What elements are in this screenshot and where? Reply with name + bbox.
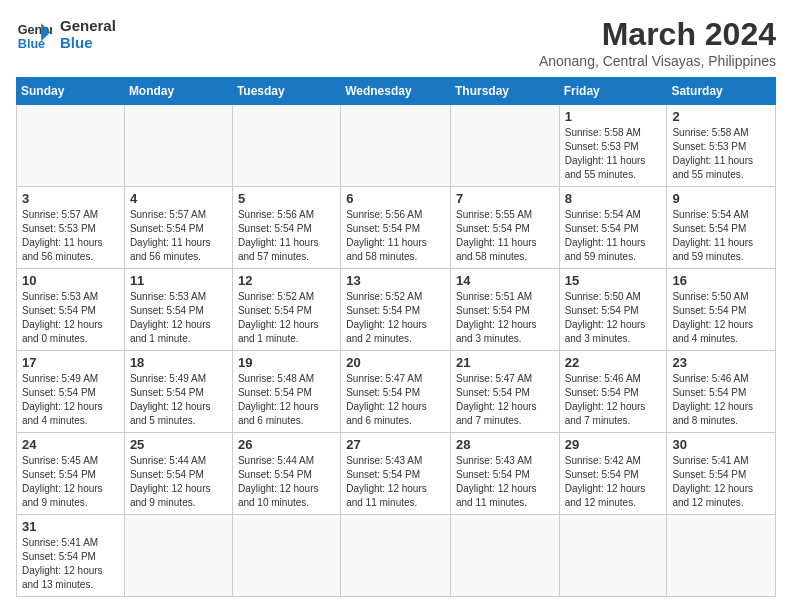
calendar-cell: [341, 515, 451, 597]
calendar-cell: [450, 515, 559, 597]
calendar-cell: 21Sunrise: 5:47 AM Sunset: 5:54 PM Dayli…: [450, 351, 559, 433]
day-number: 11: [130, 273, 227, 288]
calendar-cell: 18Sunrise: 5:49 AM Sunset: 5:54 PM Dayli…: [124, 351, 232, 433]
page-header: General Blue General Blue March 2024 Ano…: [16, 16, 776, 69]
day-info: Sunrise: 5:50 AM Sunset: 5:54 PM Dayligh…: [565, 290, 662, 346]
calendar-cell: [667, 515, 776, 597]
calendar-cell: 22Sunrise: 5:46 AM Sunset: 5:54 PM Dayli…: [559, 351, 667, 433]
calendar-cell: [17, 105, 125, 187]
day-info: Sunrise: 5:46 AM Sunset: 5:54 PM Dayligh…: [672, 372, 770, 428]
day-info: Sunrise: 5:42 AM Sunset: 5:54 PM Dayligh…: [565, 454, 662, 510]
day-number: 3: [22, 191, 119, 206]
calendar-cell: [232, 105, 340, 187]
weekday-header-wednesday: Wednesday: [341, 78, 451, 105]
day-number: 29: [565, 437, 662, 452]
calendar-cell: [450, 105, 559, 187]
svg-text:Blue: Blue: [18, 37, 45, 51]
location-subtitle: Anonang, Central Visayas, Philippines: [539, 53, 776, 69]
day-number: 5: [238, 191, 335, 206]
weekday-header-monday: Monday: [124, 78, 232, 105]
calendar-cell: [232, 515, 340, 597]
day-info: Sunrise: 5:48 AM Sunset: 5:54 PM Dayligh…: [238, 372, 335, 428]
day-info: Sunrise: 5:49 AM Sunset: 5:54 PM Dayligh…: [22, 372, 119, 428]
day-number: 15: [565, 273, 662, 288]
day-info: Sunrise: 5:49 AM Sunset: 5:54 PM Dayligh…: [130, 372, 227, 428]
day-number: 12: [238, 273, 335, 288]
day-number: 18: [130, 355, 227, 370]
calendar-week-row: 10Sunrise: 5:53 AM Sunset: 5:54 PM Dayli…: [17, 269, 776, 351]
day-number: 17: [22, 355, 119, 370]
calendar-cell: 14Sunrise: 5:51 AM Sunset: 5:54 PM Dayli…: [450, 269, 559, 351]
logo-blue-text: Blue: [60, 34, 116, 51]
calendar-cell: [341, 105, 451, 187]
day-info: Sunrise: 5:58 AM Sunset: 5:53 PM Dayligh…: [672, 126, 770, 182]
logo: General Blue General Blue: [16, 16, 116, 52]
day-number: 22: [565, 355, 662, 370]
day-number: 27: [346, 437, 445, 452]
day-number: 25: [130, 437, 227, 452]
day-info: Sunrise: 5:50 AM Sunset: 5:54 PM Dayligh…: [672, 290, 770, 346]
calendar-week-row: 3Sunrise: 5:57 AM Sunset: 5:53 PM Daylig…: [17, 187, 776, 269]
day-info: Sunrise: 5:52 AM Sunset: 5:54 PM Dayligh…: [346, 290, 445, 346]
calendar-cell: 13Sunrise: 5:52 AM Sunset: 5:54 PM Dayli…: [341, 269, 451, 351]
day-number: 19: [238, 355, 335, 370]
day-info: Sunrise: 5:47 AM Sunset: 5:54 PM Dayligh…: [346, 372, 445, 428]
day-info: Sunrise: 5:53 AM Sunset: 5:54 PM Dayligh…: [22, 290, 119, 346]
day-info: Sunrise: 5:45 AM Sunset: 5:54 PM Dayligh…: [22, 454, 119, 510]
day-number: 20: [346, 355, 445, 370]
weekday-header-thursday: Thursday: [450, 78, 559, 105]
day-number: 14: [456, 273, 554, 288]
day-info: Sunrise: 5:57 AM Sunset: 5:53 PM Dayligh…: [22, 208, 119, 264]
day-info: Sunrise: 5:44 AM Sunset: 5:54 PM Dayligh…: [130, 454, 227, 510]
day-number: 23: [672, 355, 770, 370]
calendar-cell: 15Sunrise: 5:50 AM Sunset: 5:54 PM Dayli…: [559, 269, 667, 351]
logo-general-text: General: [60, 17, 116, 34]
day-info: Sunrise: 5:57 AM Sunset: 5:54 PM Dayligh…: [130, 208, 227, 264]
calendar-cell: 25Sunrise: 5:44 AM Sunset: 5:54 PM Dayli…: [124, 433, 232, 515]
day-number: 24: [22, 437, 119, 452]
calendar-cell: [559, 515, 667, 597]
day-info: Sunrise: 5:41 AM Sunset: 5:54 PM Dayligh…: [22, 536, 119, 592]
day-number: 10: [22, 273, 119, 288]
day-info: Sunrise: 5:44 AM Sunset: 5:54 PM Dayligh…: [238, 454, 335, 510]
weekday-header-saturday: Saturday: [667, 78, 776, 105]
day-number: 30: [672, 437, 770, 452]
day-number: 8: [565, 191, 662, 206]
day-number: 9: [672, 191, 770, 206]
day-number: 26: [238, 437, 335, 452]
day-info: Sunrise: 5:53 AM Sunset: 5:54 PM Dayligh…: [130, 290, 227, 346]
calendar-cell: 27Sunrise: 5:43 AM Sunset: 5:54 PM Dayli…: [341, 433, 451, 515]
weekday-header-sunday: Sunday: [17, 78, 125, 105]
calendar-cell: 26Sunrise: 5:44 AM Sunset: 5:54 PM Dayli…: [232, 433, 340, 515]
calendar-cell: 5Sunrise: 5:56 AM Sunset: 5:54 PM Daylig…: [232, 187, 340, 269]
calendar-cell: 7Sunrise: 5:55 AM Sunset: 5:54 PM Daylig…: [450, 187, 559, 269]
calendar-cell: 20Sunrise: 5:47 AM Sunset: 5:54 PM Dayli…: [341, 351, 451, 433]
day-number: 28: [456, 437, 554, 452]
calendar-cell: 19Sunrise: 5:48 AM Sunset: 5:54 PM Dayli…: [232, 351, 340, 433]
day-number: 1: [565, 109, 662, 124]
calendar-week-row: 24Sunrise: 5:45 AM Sunset: 5:54 PM Dayli…: [17, 433, 776, 515]
day-number: 13: [346, 273, 445, 288]
day-number: 31: [22, 519, 119, 534]
day-info: Sunrise: 5:43 AM Sunset: 5:54 PM Dayligh…: [456, 454, 554, 510]
calendar-cell: 9Sunrise: 5:54 AM Sunset: 5:54 PM Daylig…: [667, 187, 776, 269]
day-info: Sunrise: 5:46 AM Sunset: 5:54 PM Dayligh…: [565, 372, 662, 428]
day-info: Sunrise: 5:58 AM Sunset: 5:53 PM Dayligh…: [565, 126, 662, 182]
day-number: 7: [456, 191, 554, 206]
calendar-cell: 8Sunrise: 5:54 AM Sunset: 5:54 PM Daylig…: [559, 187, 667, 269]
calendar-week-row: 31Sunrise: 5:41 AM Sunset: 5:54 PM Dayli…: [17, 515, 776, 597]
day-number: 2: [672, 109, 770, 124]
calendar-table: SundayMondayTuesdayWednesdayThursdayFrid…: [16, 77, 776, 597]
title-section: March 2024 Anonang, Central Visayas, Phi…: [539, 16, 776, 69]
calendar-cell: [124, 515, 232, 597]
calendar-cell: 11Sunrise: 5:53 AM Sunset: 5:54 PM Dayli…: [124, 269, 232, 351]
day-number: 6: [346, 191, 445, 206]
calendar-cell: 24Sunrise: 5:45 AM Sunset: 5:54 PM Dayli…: [17, 433, 125, 515]
calendar-header-row: SundayMondayTuesdayWednesdayThursdayFrid…: [17, 78, 776, 105]
weekday-header-tuesday: Tuesday: [232, 78, 340, 105]
calendar-cell: 3Sunrise: 5:57 AM Sunset: 5:53 PM Daylig…: [17, 187, 125, 269]
calendar-cell: 10Sunrise: 5:53 AM Sunset: 5:54 PM Dayli…: [17, 269, 125, 351]
calendar-cell: 16Sunrise: 5:50 AM Sunset: 5:54 PM Dayli…: [667, 269, 776, 351]
calendar-cell: 17Sunrise: 5:49 AM Sunset: 5:54 PM Dayli…: [17, 351, 125, 433]
calendar-cell: 6Sunrise: 5:56 AM Sunset: 5:54 PM Daylig…: [341, 187, 451, 269]
